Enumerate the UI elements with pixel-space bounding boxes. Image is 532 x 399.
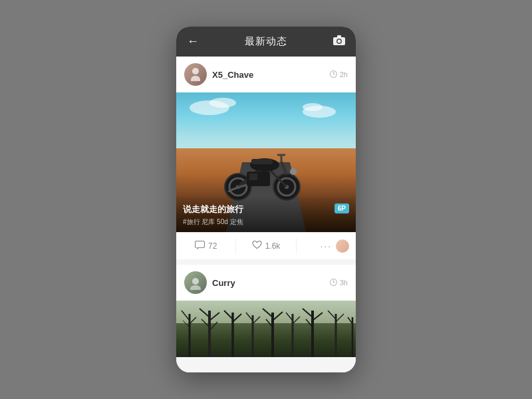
like-action[interactable]: 1.6k <box>236 238 296 254</box>
page-title: 最新动态 <box>245 35 287 48</box>
svg-line-37 <box>209 313 219 321</box>
svg-line-48 <box>273 312 283 321</box>
more-action[interactable]: ··· <box>297 238 356 254</box>
svg-line-52 <box>293 317 300 324</box>
svg-rect-19 <box>251 159 273 164</box>
svg-line-22 <box>281 162 287 175</box>
like-count: 1.6k <box>265 241 281 251</box>
heart-icon <box>252 241 262 251</box>
svg-point-27 <box>190 285 201 290</box>
comment-action[interactable]: 72 <box>176 238 236 254</box>
svg-line-32 <box>182 311 190 321</box>
avatar-curry[interactable] <box>184 271 207 294</box>
badge-6p: 6P <box>334 203 349 213</box>
svg-rect-24 <box>195 241 204 248</box>
clock-icon-2 <box>330 279 337 287</box>
clock-icon-1 <box>330 70 337 79</box>
post-tags-1: #旅行 尼库 50d 定焦 <box>183 217 349 227</box>
card-user-2: Curry <box>184 271 235 294</box>
svg-line-47 <box>263 309 273 317</box>
post-card-2: Curry 3h <box>176 265 356 357</box>
time-label-1: 2h <box>340 70 348 78</box>
post-image-2 <box>176 301 356 357</box>
svg-line-58 <box>328 311 336 319</box>
more-dots: ··· <box>320 241 332 251</box>
app-header: ← 最新动态 <box>176 27 356 57</box>
svg-point-23 <box>290 168 297 175</box>
camera-icon[interactable] <box>333 35 345 48</box>
svg-point-26 <box>192 278 199 285</box>
post-title-1: 说走就走的旅行 <box>183 203 349 215</box>
comment-icon <box>195 241 205 251</box>
action-avatar-bubble <box>334 238 350 254</box>
post-card-1: X5_Chave 2h <box>176 57 356 259</box>
svg-line-55 <box>313 313 323 321</box>
feed-content: X5_Chave 2h <box>176 57 356 372</box>
svg-line-41 <box>224 311 233 319</box>
svg-line-54 <box>303 309 313 317</box>
card-header-2: Curry 3h <box>176 265 356 301</box>
phone-frame: ← 最新动态 X5_Chave <box>176 27 356 372</box>
back-button[interactable]: ← <box>187 35 199 49</box>
post-image-1: 说走就走的旅行 #旅行 尼库 50d 定焦 6P <box>176 92 356 232</box>
image-overlay-1: 说走就走的旅行 #旅行 尼库 50d 定焦 <box>176 196 356 232</box>
card-time-2: 3h <box>330 279 348 287</box>
username-x5chave: X5_Chave <box>212 70 253 80</box>
avatar-x5chave[interactable] <box>184 63 207 86</box>
action-bar-1: 72 1.6k ··· <box>176 232 356 259</box>
svg-line-59 <box>336 314 344 322</box>
username-curry: Curry <box>212 278 235 288</box>
comment-count: 72 <box>208 241 217 251</box>
card-user-1: X5_Chave <box>184 63 253 86</box>
svg-line-42 <box>233 314 241 322</box>
svg-rect-3 <box>337 35 341 38</box>
time-label-2: 3h <box>340 279 348 287</box>
svg-rect-17 <box>249 174 257 180</box>
card-header-1: X5_Chave 2h <box>176 57 356 92</box>
motorcycle-image <box>215 142 308 201</box>
svg-point-2 <box>338 40 341 43</box>
svg-line-36 <box>200 309 209 317</box>
svg-line-45 <box>253 317 260 324</box>
card-time-1: 2h <box>330 70 348 79</box>
